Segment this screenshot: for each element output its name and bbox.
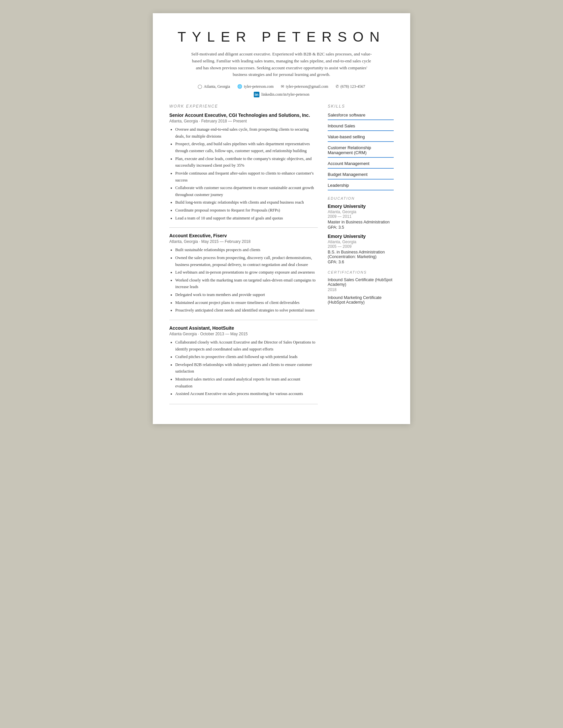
- location-icon: ◯: [198, 84, 202, 89]
- job-3-location: Atlanta Georgia: [169, 332, 197, 336]
- work-experience-title: WORK EXPERIENCE: [169, 104, 318, 109]
- list-item: Proactively anticipated client needs and…: [175, 307, 318, 314]
- edu-2: Emory University Atlanta, Georgia 2005 —…: [328, 234, 394, 264]
- edu-2-location: Atlanta, Georgia: [328, 240, 394, 244]
- bottom-line: [169, 404, 318, 404]
- list-item: Owned the sales process from prospecting…: [175, 254, 318, 268]
- cert-2: Inbound Marketing Certificate (HubSpot A…: [328, 295, 394, 305]
- linkedin-text: linkedin.com/in/tyler-peterson: [261, 92, 309, 97]
- job-3-meta: Atlanta Georgia · October 2013 — May 201…: [169, 332, 318, 336]
- list-item: Prospect, develop, and build sales pipel…: [175, 141, 318, 154]
- edu-1-location: Atlanta, Georgia: [328, 210, 394, 214]
- summary-text: Self-motivated and diligent account exec…: [189, 51, 374, 78]
- list-item: Led webinars and in-person presentations…: [175, 269, 318, 276]
- skill-item: Account Management: [328, 161, 394, 169]
- skill-item: Leadership: [328, 183, 394, 190]
- list-item: Provide continuous and frequent after-sa…: [175, 170, 318, 183]
- list-item: Maintained account project plans to ensu…: [175, 299, 318, 306]
- list-item: Built sustainable relationships prospect…: [175, 247, 318, 253]
- website-contact: 🌐 tyler-peterson.com: [237, 84, 274, 89]
- skill-item: Salesforce software: [328, 113, 394, 120]
- linkedin-icon: in: [254, 92, 260, 97]
- job-2-meta: Atlanta, Georgia · May 2015 — February 2…: [169, 239, 318, 244]
- edu-2-school: Emory University: [328, 234, 394, 239]
- job-1: Senior Account Executive, CGI Technologi…: [169, 113, 318, 221]
- email-text: tyler-peterson@gmail.com: [286, 84, 328, 89]
- job-1-separator: ·: [199, 119, 201, 123]
- cert-1-name: Inbound Sales Certificate (HubSpot Acade…: [328, 278, 394, 287]
- website-text: tyler-peterson.com: [244, 84, 274, 89]
- job-1-bullets: Oversee and manage end-to-end sales cycl…: [169, 126, 318, 221]
- certifications-section-title: CERTIFICATIONS: [328, 270, 394, 274]
- divider-2: [169, 320, 318, 320]
- list-item: Crafted pitches to prospective clients a…: [175, 353, 318, 360]
- divider-1: [169, 227, 318, 228]
- contact-row: ◯ Atlanta, Georgia 🌐 tyler-peterson.com …: [169, 84, 394, 89]
- education-section-title: EDUCATION: [328, 196, 394, 200]
- job-2-dates: May 2015 — February 2018: [201, 239, 250, 244]
- skill-item: Budget Management: [328, 172, 394, 180]
- cert-1: Inbound Sales Certificate (HubSpot Acade…: [328, 278, 394, 292]
- edu-2-degree: B.S. in Business Administration (Concent…: [328, 250, 394, 259]
- resume-page: TYLER PETERSON Self-motivated and dilige…: [153, 13, 410, 424]
- job-2-bullets: Built sustainable relationships prospect…: [169, 247, 318, 314]
- edu-1: Emory University Atlanta, Georgia 2009 —…: [328, 204, 394, 230]
- skill-item: Inbound Sales: [328, 123, 394, 131]
- job-3-title: Account Assistant, HootSuite: [169, 325, 318, 331]
- list-item: Lead a team of 10 and support the attain…: [175, 215, 318, 222]
- skill-item: Value-based selling: [328, 134, 394, 142]
- edu-1-school: Emory University: [328, 204, 394, 209]
- job-1-location: Atlanta, Georgia: [169, 119, 198, 123]
- skill-item: Customer Relationship Management (CRM): [328, 145, 394, 158]
- list-item: Build long-term strategic relationships …: [175, 199, 318, 206]
- job-1-meta: Atlanta, Georgia · February 2018 — Prese…: [169, 119, 318, 123]
- left-column: WORK EXPERIENCE Senior Account Executive…: [169, 103, 318, 404]
- edu-1-degree: Master in Business Administration: [328, 220, 394, 224]
- edu-1-years: 2009 — 2011: [328, 214, 394, 219]
- job-3-bullets: Collaborated closely with Account Execut…: [169, 339, 318, 397]
- list-item: Monitored sales metrics and curated anal…: [175, 376, 318, 389]
- skills-list: Salesforce softwareInbound SalesValue-ba…: [328, 113, 394, 190]
- phone-text: (678) 123-4567: [341, 84, 365, 89]
- phone-contact: ✆ (678) 123-4567: [336, 84, 365, 89]
- edu-2-gpa: GPA: 3.6: [328, 260, 394, 264]
- candidate-name: TYLER PETERSON: [169, 29, 394, 45]
- right-column: SKILLS Salesforce softwareInbound SalesV…: [328, 103, 394, 404]
- skills-section-title: SKILLS: [328, 104, 394, 109]
- location-contact: ◯ Atlanta, Georgia: [198, 84, 230, 89]
- list-item: Plan, execute and close leads, contribut…: [175, 155, 318, 169]
- job-2: Account Executive, Fiserv Atlanta, Georg…: [169, 233, 318, 314]
- email-icon: ✉: [281, 84, 284, 89]
- main-layout: WORK EXPERIENCE Senior Account Executive…: [169, 103, 394, 404]
- linkedin-row: in linkedin.com/in/tyler-peterson: [169, 92, 394, 97]
- cert-2-name: Inbound Marketing Certificate (HubSpot A…: [328, 295, 394, 305]
- resume-header: TYLER PETERSON Self-motivated and dilige…: [169, 29, 394, 97]
- location-text: Atlanta, Georgia: [204, 84, 230, 89]
- job-2-location: Atlanta, Georgia: [169, 239, 198, 244]
- job-2-separator: ·: [199, 239, 201, 244]
- globe-icon: 🌐: [237, 84, 242, 89]
- list-item: Oversee and manage end-to-end sales cycl…: [175, 126, 318, 140]
- job-3-dates: October 2013 — May 2015: [200, 332, 248, 336]
- list-item: Delegated work to team members and provi…: [175, 291, 318, 298]
- list-item: Assisted Account Executive on sales proc…: [175, 390, 318, 397]
- edu-1-gpa: GPA: 3.5: [328, 225, 394, 230]
- edu-2-years: 2005 — 2009: [328, 244, 394, 249]
- job-1-title: Senior Account Executive, CGI Technologi…: [169, 113, 318, 118]
- list-item: Coordinate proposal responses to Request…: [175, 207, 318, 214]
- phone-icon: ✆: [336, 84, 339, 89]
- job-2-title: Account Executive, Fiserv: [169, 233, 318, 238]
- list-item: Worked closely with the marketing team o…: [175, 277, 318, 290]
- job-1-dates: February 2018 — Present: [201, 119, 247, 123]
- list-item: Developed B2B relationships with industr…: [175, 361, 318, 375]
- cert-1-year: 2018: [328, 287, 394, 292]
- email-contact: ✉ tyler-peterson@gmail.com: [281, 84, 328, 89]
- job-3: Account Assistant, HootSuite Atlanta Geo…: [169, 325, 318, 397]
- list-item: Collaborated closely with Account Execut…: [175, 339, 318, 352]
- list-item: Collaborate with customer success depart…: [175, 184, 318, 198]
